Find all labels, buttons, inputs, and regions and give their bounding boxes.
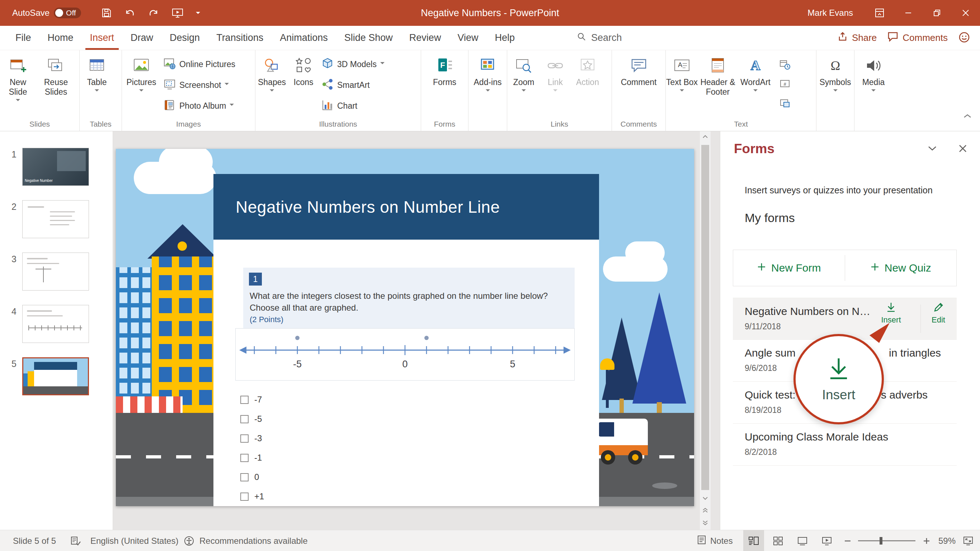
collapse-ribbon-icon[interactable] xyxy=(963,113,972,121)
slide-title-banner[interactable]: Negative Numbers on Number Line xyxy=(213,174,599,240)
tab-transitions[interactable]: Transitions xyxy=(208,26,272,50)
zoom-percentage[interactable]: 59% xyxy=(939,530,956,551)
photo-album-button[interactable]: Photo Album xyxy=(161,97,238,115)
tab-animations[interactable]: Animations xyxy=(272,26,336,50)
redo-icon[interactable] xyxy=(148,8,159,18)
slide-number: 5 xyxy=(0,357,22,369)
feedback-smiley-icon[interactable] xyxy=(958,32,970,45)
ribbon-button-label: SmartArt xyxy=(337,80,370,90)
vertical-scrollbar[interactable] xyxy=(700,131,711,530)
tab-home[interactable]: Home xyxy=(40,26,82,50)
icons-button[interactable]: Icons xyxy=(288,53,318,118)
tab-draw[interactable]: Draw xyxy=(123,26,161,50)
notes-button[interactable]: Notes xyxy=(697,530,733,551)
checkbox[interactable] xyxy=(240,473,248,481)
new-slide-button[interactable]: New Slide xyxy=(0,53,36,118)
account-name[interactable]: Mark Evans xyxy=(807,8,853,18)
slide-number-icon[interactable]: # xyxy=(776,76,794,92)
ribbon-group-slides: New Slide Reuse Slides Slides xyxy=(0,50,80,131)
svg-text:A: A xyxy=(678,61,682,68)
normal-view-button[interactable] xyxy=(743,530,764,551)
comment-button[interactable]: Comment xyxy=(619,53,659,118)
pictures-button[interactable]: Pictures xyxy=(122,53,161,118)
checkbox[interactable] xyxy=(240,435,248,443)
autosave-toggle[interactable]: AutoSave Off xyxy=(12,8,81,18)
tab-review[interactable]: Review xyxy=(401,26,449,50)
comments-button[interactable]: Comments xyxy=(888,32,948,44)
zoom-slider[interactable] xyxy=(858,530,915,551)
tab-design[interactable]: Design xyxy=(161,26,208,50)
new-form-button[interactable]: New Form xyxy=(733,250,845,286)
symbols-button[interactable]: Ω Symbols xyxy=(818,53,853,118)
close-button[interactable] xyxy=(951,0,980,26)
text-box-button[interactable]: A Text Box xyxy=(666,53,698,118)
scrollbar-thumb[interactable] xyxy=(701,145,709,490)
language-status[interactable]: English (United States) xyxy=(91,530,178,551)
forms-button[interactable]: F Forms xyxy=(426,53,463,118)
checkbox[interactable] xyxy=(240,492,248,501)
checkbox[interactable] xyxy=(240,454,248,462)
3d-models-button[interactable]: 3D Models xyxy=(318,55,387,73)
next-slide-icon[interactable] xyxy=(700,517,711,528)
chart-button[interactable]: Chart xyxy=(318,97,387,115)
slide-5-thumbnail[interactable] xyxy=(22,357,89,395)
restore-button[interactable] xyxy=(923,0,951,26)
checkbox[interactable] xyxy=(240,415,248,423)
accessibility-status[interactable]: Recommendations available xyxy=(199,530,308,551)
wordart-button[interactable]: A WordArt xyxy=(738,53,773,118)
search-label: Search xyxy=(591,32,622,43)
previous-slide-icon[interactable] xyxy=(700,505,711,516)
embedded-form[interactable]: 1 What are the integers closest to the p… xyxy=(213,240,599,506)
slide-3-thumbnail[interactable] xyxy=(22,253,89,291)
slide-sorter-view-button[interactable] xyxy=(768,530,788,551)
row-insert-button[interactable]: Insert xyxy=(876,302,907,325)
header-footer-button[interactable]: Header & Footer xyxy=(698,53,738,118)
smartart-button[interactable]: SmartArt xyxy=(318,76,387,94)
slide-editing-area[interactable]: Negative Numbers on Number Line 1 What a… xyxy=(116,149,694,506)
media-button[interactable]: Media xyxy=(857,53,890,118)
table-button[interactable]: Table xyxy=(80,53,114,118)
pane-collapse-icon[interactable] xyxy=(928,146,937,153)
tab-file[interactable]: File xyxy=(7,26,40,50)
start-presentation-icon[interactable] xyxy=(172,8,184,18)
slide-4-thumbnail[interactable] xyxy=(22,305,89,343)
minimize-button[interactable] xyxy=(894,0,923,26)
checkbox[interactable] xyxy=(240,396,248,404)
pane-close-icon[interactable] xyxy=(958,144,967,154)
tab-slide-show[interactable]: Slide Show xyxy=(336,26,401,50)
add-ins-button[interactable]: Add-ins xyxy=(471,53,505,118)
scroll-up-icon[interactable] xyxy=(700,131,711,142)
undo-icon[interactable] xyxy=(124,8,135,18)
tab-insert[interactable]: Insert xyxy=(82,26,123,50)
search-box[interactable]: Search xyxy=(577,26,622,50)
zoom-button[interactable]: Zoom xyxy=(507,53,540,118)
tab-view[interactable]: View xyxy=(449,26,487,50)
reuse-slides-button[interactable]: Reuse Slides xyxy=(36,53,76,118)
zoom-slider-thumb[interactable] xyxy=(880,537,883,545)
share-button[interactable]: Share xyxy=(838,32,877,44)
customize-qat-icon[interactable] xyxy=(196,12,200,16)
shapes-button[interactable]: Shapes xyxy=(255,53,288,118)
form-row[interactable]: Upcoming Class Morale Ideas 8/2/2018 xyxy=(733,424,957,466)
slideshow-view-button[interactable] xyxy=(816,530,837,551)
slide-1-thumbnail[interactable]: Negative Number xyxy=(22,148,89,186)
row-edit-button[interactable]: Edit xyxy=(923,302,954,325)
date-time-icon[interactable] xyxy=(776,57,794,72)
save-icon[interactable] xyxy=(101,8,112,18)
online-pictures-button[interactable]: Online Pictures xyxy=(161,55,238,73)
truck-window-graphic xyxy=(598,422,614,436)
screenshot-button[interactable]: Screenshot xyxy=(161,76,238,94)
form-row[interactable]: Negative Numbers on N… 9/11/2018 Insert … xyxy=(733,298,957,340)
fit-to-window-button[interactable] xyxy=(963,530,974,551)
reading-view-button[interactable] xyxy=(792,530,813,551)
scroll-down-icon[interactable] xyxy=(700,493,711,504)
tab-help[interactable]: Help xyxy=(487,26,523,50)
ribbon-display-options-icon[interactable] xyxy=(865,0,894,26)
zoom-out-button[interactable] xyxy=(844,530,851,551)
spellcheck-icon[interactable] xyxy=(70,530,81,551)
zoom-in-button[interactable] xyxy=(923,530,931,551)
new-quiz-button[interactable]: New Quiz xyxy=(845,250,957,286)
object-icon[interactable] xyxy=(776,96,794,111)
accessibility-icon[interactable] xyxy=(184,530,194,551)
slide-2-thumbnail[interactable] xyxy=(22,200,89,238)
